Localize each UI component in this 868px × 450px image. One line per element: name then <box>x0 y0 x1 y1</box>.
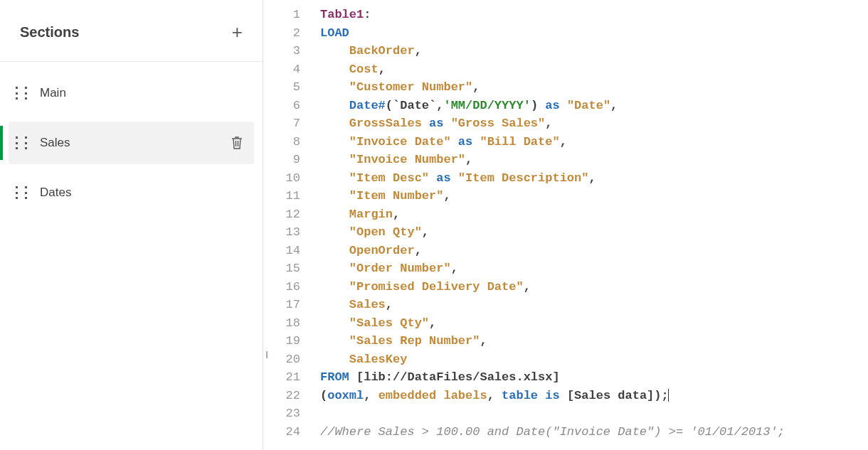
line-number: 22 <box>263 387 300 405</box>
section-item-label: Sales <box>40 136 230 150</box>
line-number: 11 <box>263 187 300 205</box>
code-line[interactable]: "Item Number", <box>320 187 868 205</box>
section-item-sales[interactable]: Sales <box>9 122 254 164</box>
line-number: 8 <box>263 133 300 151</box>
line-number: 6 <box>263 97 300 115</box>
code-line[interactable]: "Sales Rep Number", <box>320 332 868 350</box>
code-line[interactable]: "Sales Qty", <box>320 314 868 333</box>
line-number: 10 <box>263 169 300 188</box>
code-area[interactable]: Table1:LOAD BackOrder, Cost, "Customer N… <box>320 6 868 450</box>
section-item-dates[interactable]: Dates <box>9 171 254 214</box>
code-line[interactable]: GrossSales as "Gross Sales", <box>320 114 868 133</box>
section-item-label: Main <box>40 86 244 100</box>
code-line[interactable]: "Open Qty", <box>320 223 868 242</box>
line-number: 24 <box>263 423 300 441</box>
sections-sidebar: Sections + MainSalesDates || <box>0 0 263 450</box>
code-line[interactable]: "Invoice Number", <box>320 151 868 169</box>
line-number: 7 <box>263 114 300 133</box>
code-line[interactable]: "Item Desc" as "Item Description", <box>320 169 868 188</box>
line-number: 20 <box>263 350 300 369</box>
line-number: 4 <box>263 60 300 79</box>
code-line[interactable]: Sales, <box>320 296 868 314</box>
code-line[interactable] <box>320 405 868 423</box>
drag-handle-icon[interactable] <box>16 186 27 199</box>
line-number: 5 <box>263 78 300 97</box>
line-number: 13 <box>263 223 300 242</box>
add-section-icon[interactable]: + <box>232 23 243 41</box>
line-number: 21 <box>263 368 300 387</box>
section-item-main[interactable]: Main <box>9 72 254 114</box>
line-number: 3 <box>263 42 300 60</box>
code-line[interactable]: "Promised Delivery Date", <box>320 278 868 296</box>
code-line[interactable]: SalesKey <box>320 350 868 369</box>
code-line[interactable]: Margin, <box>320 205 868 224</box>
code-line[interactable]: OpenOrder, <box>320 242 868 260</box>
sidebar-header: Sections + <box>0 0 263 62</box>
delete-section-icon[interactable] <box>230 135 244 151</box>
drag-handle-icon[interactable] <box>16 136 27 149</box>
line-number-gutter: 123456789101112131415161718192021222324 <box>263 6 320 450</box>
code-line[interactable]: BackOrder, <box>320 42 868 60</box>
code-line[interactable]: "Order Number", <box>320 259 868 278</box>
line-number: 12 <box>263 205 300 224</box>
code-line[interactable]: "Customer Number", <box>320 78 868 97</box>
code-line[interactable]: "Invoice Date" as "Bill Date", <box>320 133 868 151</box>
code-line[interactable]: (ooxml, embedded labels, table is [Sales… <box>320 387 868 405</box>
line-number: 9 <box>263 151 300 169</box>
line-number: 17 <box>263 296 300 314</box>
section-item-label: Dates <box>40 186 244 200</box>
drag-handle-icon[interactable] <box>16 87 27 100</box>
code-editor[interactable]: 123456789101112131415161718192021222324 … <box>263 0 868 450</box>
line-number: 14 <box>263 242 300 260</box>
code-line[interactable]: Cost, <box>320 60 868 79</box>
sidebar-title: Sections <box>20 24 79 41</box>
code-line[interactable]: //Where Sales > 100.00 and Date("Invoice… <box>320 423 868 441</box>
resize-handle-icon[interactable]: || <box>265 350 267 358</box>
code-line[interactable]: LOAD <box>320 24 868 43</box>
line-number: 16 <box>263 278 300 296</box>
line-number: 19 <box>263 332 300 350</box>
code-line[interactable]: FROM [lib://DataFiles/Sales.xlsx] <box>320 368 868 387</box>
line-number: 18 <box>263 314 300 333</box>
code-line[interactable]: Date#(`Date`,'MM/DD/YYYY') as "Date", <box>320 97 868 115</box>
line-number: 1 <box>263 6 300 24</box>
code-line[interactable]: Table1: <box>320 6 868 24</box>
section-list: MainSalesDates <box>0 62 263 221</box>
line-number: 23 <box>263 405 300 423</box>
line-number: 15 <box>263 259 300 278</box>
line-number: 2 <box>263 24 300 43</box>
